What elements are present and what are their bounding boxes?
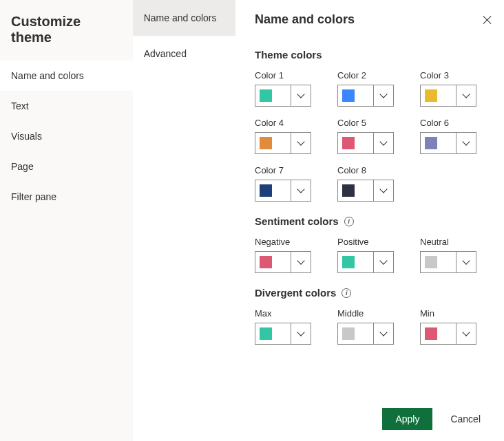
section-title-text: Divergent colors [255,287,336,299]
color-label: Max [255,308,319,319]
color-picker[interactable] [255,180,311,202]
color-item: Color 2 [337,70,402,107]
color-picker[interactable] [420,251,476,273]
color-swatch [260,256,272,268]
panel-title: Name and colors [255,12,355,27]
close-icon[interactable] [482,14,493,25]
content-panel: Name and colors Theme colorsColor 1Color… [235,0,504,441]
color-label: Color 1 [255,70,319,80]
chevron-down-icon [374,332,393,335]
color-swatch [260,184,272,197]
left-nav-item[interactable]: Visuals [0,121,133,151]
color-swatch [425,327,437,340]
color-item: Neutral [420,237,485,273]
section-title: Divergent colorsi [255,287,485,299]
color-grid: Color 1Color 2Color 3Color 4Color 5Color… [255,70,485,202]
chevron-down-icon [291,332,311,335]
color-item: Positive [337,237,402,273]
color-picker[interactable] [255,251,311,273]
color-item: Negative [255,237,319,273]
left-nav-item[interactable]: Text [0,91,133,121]
chevron-down-icon [291,94,311,97]
color-label: Color 8 [337,165,402,175]
chevron-down-icon [456,142,476,144]
color-picker[interactable] [420,85,476,107]
color-swatch [260,137,272,149]
color-item: Color 8 [337,165,402,202]
color-swatch [425,137,437,149]
chevron-down-icon [374,94,393,97]
color-label: Color 4 [255,118,319,128]
chevron-down-icon [456,332,476,335]
color-item: Color 1 [255,70,319,107]
sub-nav: Name and colorsAdvanced [133,0,235,441]
color-swatch [342,256,355,268]
color-label: Color 7 [255,165,319,175]
color-swatch [425,256,437,268]
color-picker[interactable] [420,132,476,154]
color-label: Color 5 [337,118,402,128]
sub-nav-item[interactable]: Name and colors [133,0,235,36]
color-label: Middle [337,308,402,319]
color-label: Neutral [420,237,485,247]
color-label: Color 6 [420,118,485,128]
sub-nav-item[interactable]: Advanced [133,36,235,72]
chevron-down-icon [374,261,393,263]
color-picker[interactable] [337,323,394,345]
color-label: Negative [255,237,319,247]
color-picker[interactable] [420,323,476,345]
color-label: Color 2 [337,70,402,80]
left-nav-item[interactable]: Name and colors [0,61,133,91]
color-swatch [260,89,272,102]
color-item: Middle [337,308,402,345]
color-swatch [425,89,437,102]
color-swatch [342,327,355,340]
color-label: Min [420,308,485,319]
apply-button[interactable]: Apply [382,408,432,430]
color-label: Color 3 [420,70,485,80]
chevron-down-icon [291,189,311,192]
color-swatch [342,184,355,197]
info-icon[interactable]: i [342,288,351,298]
dialog-title: Customize theme [0,10,133,61]
chevron-down-icon [374,142,393,144]
section-title-text: Theme colors [255,49,322,61]
info-icon[interactable]: i [344,217,354,226]
color-picker[interactable] [337,132,394,154]
cancel-button[interactable]: Cancel [438,408,493,430]
left-nav: Customize theme Name and colorsTextVisua… [0,0,133,441]
color-picker[interactable] [255,85,311,107]
chevron-down-icon [456,94,476,97]
color-picker[interactable] [255,323,311,345]
color-item: Color 6 [420,118,485,154]
chevron-down-icon [291,261,311,263]
chevron-down-icon [456,261,476,263]
color-swatch [260,327,272,340]
color-picker[interactable] [337,85,394,107]
color-item: Max [255,308,319,345]
section-title-text: Sentiment colors [255,215,339,227]
color-swatch [342,89,355,102]
chevron-down-icon [374,189,393,192]
color-item: Color 3 [420,70,485,107]
color-item: Color 5 [337,118,402,154]
color-item: Min [420,308,485,345]
section-title: Theme colors [255,49,485,61]
left-nav-item[interactable]: Page [0,151,133,182]
color-swatch [342,137,355,149]
color-item: Color 7 [255,165,319,202]
color-picker[interactable] [255,132,311,154]
color-grid: NegativePositiveNeutral [255,237,485,273]
color-picker[interactable] [337,180,394,202]
color-grid: MaxMiddleMin [255,308,485,345]
color-item: Color 4 [255,118,319,154]
left-nav-item[interactable]: Filter pane [0,182,133,212]
color-picker[interactable] [337,251,394,273]
chevron-down-icon [291,142,311,144]
color-label: Positive [337,237,402,247]
section-title: Sentiment colorsi [255,215,485,227]
